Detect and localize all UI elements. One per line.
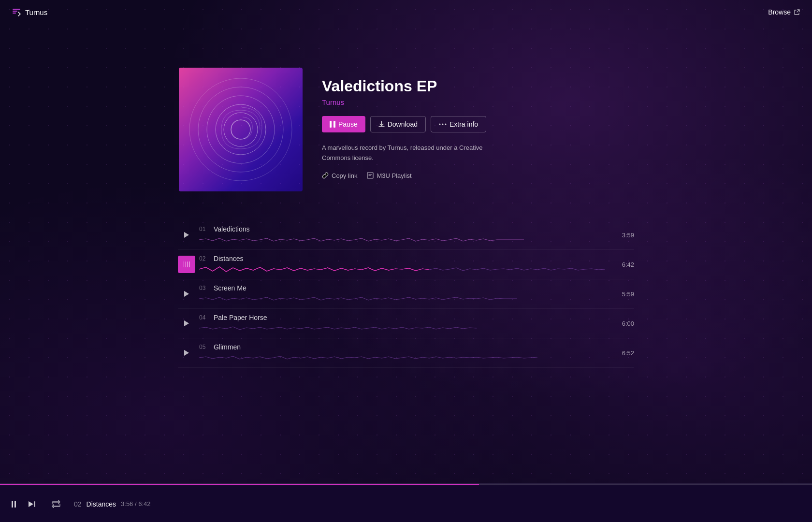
album-description: A marvellous record by Turnus, released … bbox=[322, 143, 506, 163]
logo: Turnus bbox=[12, 7, 47, 17]
svg-point-1 bbox=[224, 113, 258, 146]
album-links: Copy link M3U Playlist bbox=[322, 172, 506, 179]
svg-rect-7 bbox=[334, 121, 335, 128]
logo-label: Turnus bbox=[25, 8, 47, 16]
player-pause-button[interactable] bbox=[10, 499, 18, 509]
svg-point-0 bbox=[231, 120, 250, 139]
link-icon bbox=[322, 172, 329, 179]
track-title-row-3: 03 Screen Me bbox=[199, 284, 605, 292]
player-time: 3:56 / 6:42 bbox=[121, 500, 150, 508]
player-skip-button[interactable] bbox=[26, 498, 38, 510]
progress-bar-container[interactable] bbox=[0, 484, 812, 485]
track-item: 05 Glimmen 6:52 bbox=[178, 338, 634, 368]
track-title-row-4: 04 Pale Paper Horse bbox=[199, 314, 605, 321]
svg-point-5 bbox=[189, 78, 292, 181]
album-artist[interactable]: Turnus bbox=[322, 98, 506, 106]
track-play-button-3[interactable] bbox=[178, 285, 195, 303]
track-content-2: 02 Distances bbox=[199, 255, 605, 274]
track-waveform-1 bbox=[199, 235, 605, 245]
track-play-button-4[interactable] bbox=[178, 315, 195, 332]
logo-icon bbox=[12, 7, 21, 17]
main-content: Valedictions EP Turnus Pause Download bbox=[0, 24, 812, 483]
svg-point-8 bbox=[439, 124, 440, 125]
track-item: 02 Distances 6:42 bbox=[178, 250, 634, 279]
player-controls: 02 Distances 3:56 / 6:42 bbox=[0, 485, 812, 522]
playlist-icon bbox=[367, 172, 374, 179]
track-title-row-1: 01 Valedictions bbox=[199, 225, 605, 233]
track-content-5: 05 Glimmen bbox=[199, 343, 605, 362]
track-item: 03 Screen Me 5:59 bbox=[178, 279, 634, 309]
track-title-row-5: 05 Glimmen bbox=[199, 343, 605, 351]
player-track-name: Distances bbox=[87, 500, 116, 508]
action-buttons: Pause Download Extra info bbox=[322, 116, 506, 132]
album-title: Valedictions EP bbox=[322, 77, 506, 95]
album-info: Valedictions EP Turnus Pause Download bbox=[322, 68, 506, 179]
m3u-playlist[interactable]: M3U Playlist bbox=[367, 172, 411, 179]
svg-rect-6 bbox=[330, 121, 332, 128]
download-icon bbox=[378, 121, 385, 128]
player-pause-icon bbox=[12, 501, 16, 508]
extra-info-button[interactable]: Extra info bbox=[431, 116, 486, 132]
player-track-number: 02 bbox=[74, 500, 82, 508]
external-link-icon bbox=[794, 9, 800, 15]
progress-bar-fill bbox=[0, 484, 479, 485]
album-section: Valedictions EP Turnus Pause Download bbox=[0, 24, 812, 220]
track-content-4: 04 Pale Paper Horse bbox=[199, 314, 605, 333]
browse-link[interactable]: Browse bbox=[768, 8, 800, 16]
track-waveform-3 bbox=[199, 294, 605, 304]
copy-link[interactable]: Copy link bbox=[322, 172, 357, 179]
track-waveform-5 bbox=[199, 353, 605, 362]
svg-point-9 bbox=[442, 124, 443, 125]
loop-icon bbox=[52, 500, 60, 508]
track-item: 01 Valedictions 3:59 bbox=[178, 220, 634, 250]
pause-icon bbox=[330, 121, 335, 128]
svg-point-2 bbox=[216, 104, 266, 155]
svg-point-4 bbox=[198, 87, 283, 172]
svg-point-10 bbox=[445, 124, 446, 125]
track-title-row-2: 02 Distances bbox=[199, 255, 605, 262]
download-button[interactable]: Download bbox=[370, 116, 426, 132]
track-content-3: 03 Screen Me bbox=[199, 284, 605, 304]
album-art bbox=[179, 68, 303, 191]
player-loop-button[interactable] bbox=[50, 498, 62, 510]
more-icon bbox=[439, 123, 447, 126]
pause-button[interactable]: Pause bbox=[322, 116, 365, 132]
svg-rect-12 bbox=[34, 501, 35, 507]
header: Turnus Browse bbox=[0, 0, 812, 24]
track-pause-button-2[interactable] bbox=[178, 256, 195, 273]
browse-label: Browse bbox=[768, 8, 791, 16]
player-bar: 02 Distances 3:56 / 6:42 bbox=[0, 483, 812, 522]
track-play-button-1[interactable] bbox=[178, 226, 195, 244]
track-list: 01 Valedictions 3:59 bbox=[0, 220, 812, 387]
svg-point-3 bbox=[207, 96, 275, 163]
track-item: 04 Pale Paper Horse 6:00 bbox=[178, 309, 634, 338]
track-waveform-2 bbox=[199, 264, 605, 274]
player-track-info: 02 Distances 3:56 / 6:42 bbox=[74, 500, 151, 508]
track-play-button-5[interactable] bbox=[178, 344, 195, 362]
skip-icon bbox=[28, 500, 36, 508]
track-waveform-4 bbox=[199, 323, 605, 333]
track-content-1: 01 Valedictions bbox=[199, 225, 605, 245]
